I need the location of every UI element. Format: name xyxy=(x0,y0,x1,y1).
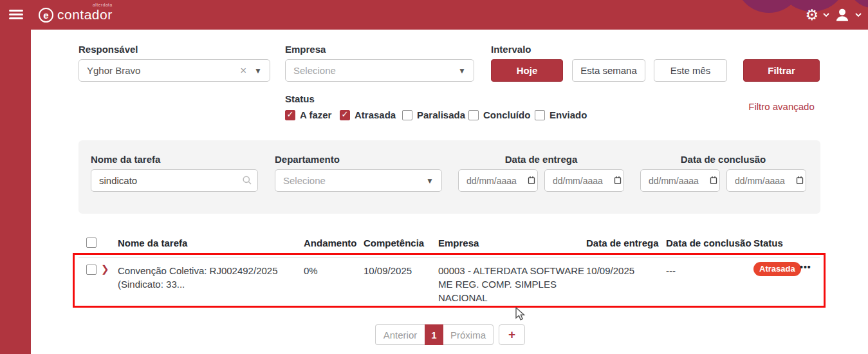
row-empresa: 00003 - ALTERDATA SOFTWARE ME REG. COMP.… xyxy=(438,264,584,304)
nome-tarefa-label: Nome da tarefa xyxy=(91,154,160,165)
caret-down-icon: ▼ xyxy=(254,66,262,75)
empresa-select[interactable]: Selecione ▼ xyxy=(285,59,474,82)
user-icon[interactable] xyxy=(834,6,851,23)
responsavel-select[interactable]: Yghor Bravo × ▼ xyxy=(78,59,270,82)
status-checkbox-paralisada[interactable]: Paralisada xyxy=(402,109,465,120)
filtrar-button[interactable]: Filtrar xyxy=(743,59,820,82)
departamento-select[interactable]: Selecione ▼ xyxy=(275,169,442,192)
add-task-button[interactable]: + xyxy=(499,324,525,345)
col-andamento: Andamento xyxy=(304,238,357,248)
topbar: e alterdata contador ⚙ xyxy=(0,0,868,30)
filtro-avancado-link[interactable]: Filtro avançado xyxy=(743,101,820,112)
col-empresa: Empresa xyxy=(438,238,479,248)
brand-subtitle: alterdata xyxy=(93,3,113,7)
col-data-conclusao: Data de conclusão xyxy=(666,238,752,248)
col-nome-tarefa: Nome da tarefa xyxy=(118,238,187,248)
row-competencia: 10/09/2025 xyxy=(364,264,412,277)
previous-page-button[interactable]: Anterior xyxy=(375,324,425,345)
table-divider xyxy=(78,257,820,258)
departamento-label: Departamento xyxy=(275,154,340,165)
mouse-cursor xyxy=(515,307,527,322)
status-checkbox-concluido[interactable]: Concluído xyxy=(468,109,530,120)
intervalo-hoje-button[interactable]: Hoje xyxy=(491,59,563,82)
current-page-button[interactable]: 1 xyxy=(425,324,443,345)
responsavel-value: Yghor Bravo xyxy=(87,65,240,76)
responsavel-label: Responsável xyxy=(78,44,138,55)
checkbox-icon[interactable] xyxy=(402,110,412,120)
data-conclusao-to-input[interactable] xyxy=(726,169,806,192)
row-expand-chevron-icon[interactable]: ❯ xyxy=(101,263,109,275)
data-entrega-from-input[interactable] xyxy=(458,169,538,192)
econtador-app: e alterdata contador ⚙ xyxy=(0,0,868,354)
row-menu-button[interactable]: ••• xyxy=(800,262,811,272)
caret-down-icon: ▼ xyxy=(458,66,466,75)
status-badge: Atrasada xyxy=(753,262,801,276)
row-checkbox[interactable] xyxy=(86,265,97,275)
empresa-label: Empresa xyxy=(285,44,326,55)
intervalo-label: Intervalo xyxy=(491,44,531,55)
col-competencia: Competência xyxy=(364,238,424,248)
sidebar xyxy=(0,30,31,354)
col-status: Status xyxy=(753,238,783,248)
data-conclusao-from-input[interactable] xyxy=(640,169,720,192)
intervalo-este-mes-button[interactable]: Este mês xyxy=(654,59,727,82)
gear-icon[interactable]: ⚙ xyxy=(805,8,818,23)
row-task-name[interactable]: Convenção Coletiva: RJ002492/2025 (Sindi… xyxy=(118,264,278,291)
checkbox-icon[interactable] xyxy=(285,110,295,120)
status-label: Status xyxy=(285,93,315,104)
caret-down-icon: ▼ xyxy=(426,176,434,185)
status-checkbox-enviado[interactable]: Enviado xyxy=(535,109,587,120)
data-entrega-label: Data de entrega xyxy=(458,154,624,165)
brand-title: contador xyxy=(57,7,113,23)
data-conclusao-label: Data de conclusão xyxy=(640,154,806,165)
e-logo-icon: e xyxy=(39,8,53,23)
empresa-placeholder: Selecione xyxy=(293,65,458,76)
app-logo: e alterdata contador xyxy=(39,5,113,25)
status-checkbox-atrasada[interactable]: Atrasada xyxy=(340,109,396,120)
clear-icon[interactable]: × xyxy=(240,64,246,77)
next-page-button[interactable]: Próxima xyxy=(443,324,494,345)
data-entrega-to-input[interactable] xyxy=(544,169,624,192)
pagination: Anterior 1 Próxima xyxy=(375,324,494,345)
checkbox-icon[interactable] xyxy=(535,110,545,120)
departamento-placeholder: Selecione xyxy=(283,175,426,186)
nome-tarefa-input[interactable] xyxy=(91,169,258,192)
row-data-conclusao: --- xyxy=(666,264,676,277)
checkbox-icon[interactable] xyxy=(340,110,350,120)
intervalo-esta-semana-button[interactable]: Esta semana xyxy=(572,59,645,82)
row-data-entrega: 10/09/2025 xyxy=(586,264,634,277)
row-andamento: 0% xyxy=(304,264,318,277)
status-checkbox-a-fazer[interactable]: A fazer xyxy=(285,109,331,120)
chevron-down-icon[interactable] xyxy=(855,13,862,17)
select-all-checkbox[interactable] xyxy=(86,238,97,248)
col-data-entrega: Data de entrega xyxy=(586,238,659,248)
checkbox-icon[interactable] xyxy=(468,110,479,120)
hamburger-icon[interactable] xyxy=(9,10,23,20)
chevron-down-icon[interactable] xyxy=(823,13,829,17)
